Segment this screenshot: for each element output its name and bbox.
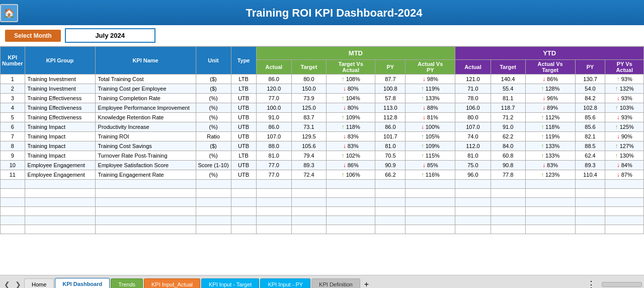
- cell-group: Training Effectiveness: [25, 103, 95, 113]
- cell-ytd-avst: ↑ 112%: [525, 113, 575, 122]
- tab-kpi-input-py[interactable]: KPI Input - PY: [260, 278, 310, 288]
- cell-name: Training ROI: [95, 132, 196, 141]
- cell-mtd-target: 80.0: [291, 75, 326, 84]
- empty-cell: [1, 180, 25, 189]
- empty-cell: [575, 207, 605, 216]
- cell-group: Training Impact: [25, 122, 95, 132]
- cell-ytd-avst: ↑ 133%: [525, 141, 575, 151]
- empty-cell: [375, 198, 406, 207]
- cell-mtd-avspy: ↑ 109%: [406, 141, 455, 151]
- cell-ytd-avst: ↑ 128%: [525, 84, 575, 94]
- tab-trends[interactable]: Trends: [111, 278, 143, 288]
- cell-mtd-tva: ↓ 80%: [326, 103, 375, 113]
- cell-num: 6: [1, 122, 25, 132]
- cell-mtd-actual: 107.0: [256, 132, 291, 141]
- ytd-group-header: YTD: [455, 47, 644, 60]
- cell-ytd-actual: 74.0: [455, 132, 491, 141]
- cell-mtd-avspy: ↓ 100%: [406, 122, 455, 132]
- cell-name: Training Cost per Employee: [95, 84, 196, 94]
- cell-mtd-target: 150.0: [291, 84, 326, 94]
- empty-cell: [575, 198, 605, 207]
- tab-home[interactable]: Home: [24, 278, 54, 288]
- month-display: July 2024: [65, 28, 155, 43]
- col-header-group: KPI Group: [25, 47, 95, 75]
- tab-add-button[interactable]: +: [361, 280, 372, 289]
- cell-ytd-py: 62.4: [575, 151, 605, 161]
- cell-unit: ($): [196, 141, 231, 151]
- cell-type: UTB: [231, 113, 256, 122]
- cell-ytd-py: 85.6: [575, 122, 605, 132]
- empty-cell: [1, 225, 25, 234]
- empty-cell: [455, 207, 491, 216]
- cell-mtd-tva: ↓ 80%: [326, 84, 375, 94]
- empty-cell: [491, 198, 525, 207]
- cell-ytd-actual: 75.0: [455, 161, 491, 170]
- empty-cell: [575, 189, 605, 198]
- tab-bar: ❮ ❯ Home KPI Dashboard Trends KPI Input_…: [0, 275, 644, 288]
- home-button[interactable]: 🏠: [0, 4, 18, 22]
- cell-name: Employee Satisfaction Score: [95, 161, 196, 170]
- tab-options-button[interactable]: ⋮: [584, 279, 599, 289]
- cell-mtd-tva: ↑ 118%: [326, 122, 375, 132]
- cell-ytd-target: 91.0: [491, 122, 525, 132]
- tab-kpi-input-actual[interactable]: KPI Input_Actual: [144, 278, 200, 288]
- tab-kpi-input-target[interactable]: KPI Input - Target: [201, 278, 259, 288]
- empty-cell: [406, 216, 455, 225]
- select-month-button[interactable]: Select Month: [5, 30, 61, 42]
- empty-cell: [326, 189, 375, 198]
- cell-ytd-pvsa: ↑ 103%: [605, 103, 644, 113]
- cell-name: Employee Performance Improvement: [95, 103, 196, 113]
- cell-mtd-target: 72.4: [291, 170, 326, 180]
- ytd-avst-header: Actual VsTarget: [525, 60, 575, 75]
- tab-prev-button[interactable]: ❮: [2, 280, 12, 289]
- scrollbar-track: [602, 282, 642, 287]
- cell-type: LTB: [231, 84, 256, 94]
- page-title: Training ROI KPI Dashboard-2024: [24, 7, 644, 20]
- cell-type: UTB: [231, 103, 256, 113]
- cell-ytd-avst: ↓ 96%: [525, 94, 575, 103]
- cell-mtd-target: 129.5: [291, 132, 326, 141]
- cell-ytd-actual: 112.0: [455, 141, 491, 151]
- cell-mtd-py: 86.0: [375, 122, 406, 132]
- cell-mtd-actual: 100.0: [256, 103, 291, 113]
- tab-kpi-dashboard[interactable]: KPI Dashboard: [55, 278, 110, 288]
- empty-cell: [605, 180, 644, 189]
- empty-cell: [605, 189, 644, 198]
- empty-cell: [406, 189, 455, 198]
- empty-cell: [491, 216, 525, 225]
- empty-cell: [25, 198, 95, 207]
- empty-cell: [326, 180, 375, 189]
- cell-ytd-avst: ↑ 119%: [525, 132, 575, 141]
- tab-kpi-definition[interactable]: KPI Definition: [311, 278, 360, 288]
- cell-ytd-py: 88.5: [575, 141, 605, 151]
- empty-cell: [196, 180, 231, 189]
- cell-ytd-target: 62.2: [491, 132, 525, 141]
- cell-unit: Score (1-10): [196, 161, 231, 170]
- cell-ytd-avst: ↓ 83%: [525, 161, 575, 170]
- empty-cell: [491, 207, 525, 216]
- cell-ytd-avst: ↑ 133%: [525, 151, 575, 161]
- empty-cell: [256, 198, 291, 207]
- cell-ytd-target: 71.2: [491, 113, 525, 122]
- empty-cell: [95, 225, 196, 234]
- empty-cell: [406, 225, 455, 234]
- cell-mtd-py: 100.8: [375, 84, 406, 94]
- empty-cell: [196, 189, 231, 198]
- empty-cell: [95, 216, 196, 225]
- cell-ytd-pvsa: ↑ 93%: [605, 75, 644, 84]
- tab-next-button[interactable]: ❯: [13, 280, 23, 289]
- cell-mtd-tva: ↑ 106%: [326, 170, 375, 180]
- cell-type: UTB: [231, 161, 256, 170]
- cell-mtd-avspy: ↓ 81%: [406, 113, 455, 122]
- empty-cell: [455, 216, 491, 225]
- cell-mtd-avspy: ↑ 119%: [406, 84, 455, 94]
- cell-mtd-py: 70.5: [375, 151, 406, 161]
- cell-mtd-py: 81.0: [375, 141, 406, 151]
- ytd-actual-header: Actual: [455, 60, 491, 75]
- cell-unit: Ratio: [196, 132, 231, 141]
- mtd-target-header: Target: [291, 60, 326, 75]
- cell-ytd-actual: 96.0: [455, 170, 491, 180]
- cell-name: Productivity Increase: [95, 122, 196, 132]
- cell-group: Employee Engagement: [25, 161, 95, 170]
- cell-unit: ($): [196, 75, 231, 84]
